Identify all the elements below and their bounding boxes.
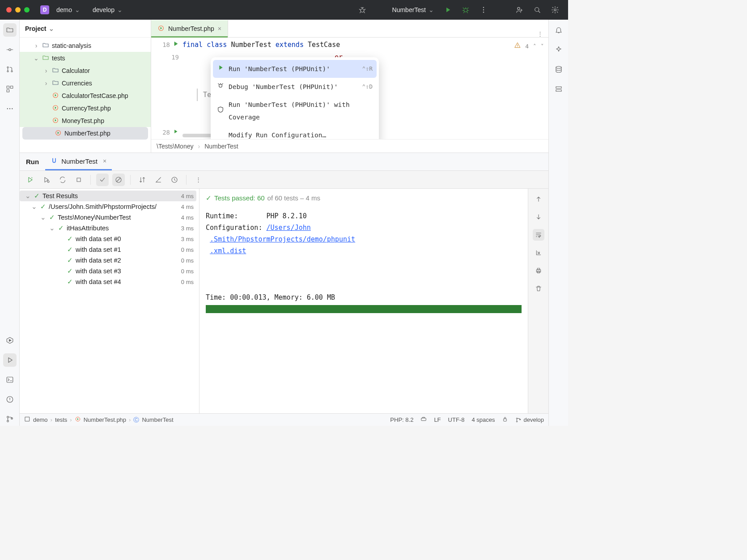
project-tree[interactable]: ›static-analysis ⌄tests ›Calculator ›Cur… <box>20 38 151 153</box>
commit-tool-icon[interactable] <box>3 43 17 56</box>
chevron-right-icon[interactable]: › <box>43 80 49 87</box>
chevron-right-icon[interactable]: › <box>33 42 39 49</box>
run-gutter-icon[interactable] <box>173 38 179 51</box>
clear-icon[interactable] <box>533 283 544 294</box>
tree-file[interactable]: MoneyTest.php <box>20 115 151 127</box>
test-leaf[interactable]: ✓with data set #20 ms <box>20 255 196 266</box>
inspection-widget[interactable]: 4 ˄ ˅ <box>514 40 544 53</box>
problems-tool-icon[interactable] <box>3 393 17 406</box>
status-php-version[interactable]: PHP: 8.2 <box>390 416 413 423</box>
history-icon[interactable] <box>168 174 181 186</box>
project-dropdown[interactable]: demo⌄ <box>54 4 83 15</box>
readonly-icon[interactable] <box>502 416 508 424</box>
breadcrumb[interactable]: demo› tests› NumberTest.php› Ⓒ NumberTes… <box>24 416 174 424</box>
project-panel-header[interactable]: Project ⌄ <box>20 20 151 38</box>
editor-breadcrumb[interactable]: \Tests\Money › NumberTest <box>151 139 548 153</box>
toggle-auto-test-icon[interactable] <box>56 174 69 186</box>
tab-options-icon[interactable]: ⋮ <box>532 30 548 37</box>
scroll-down-icon[interactable] <box>533 211 544 223</box>
code-with-me-icon[interactable] <box>513 3 526 17</box>
chevron-down-icon[interactable]: ⌄ <box>48 225 55 232</box>
branch-dropdown[interactable]: develop ⌄ <box>87 4 125 15</box>
show-passed-icon[interactable] <box>96 174 109 186</box>
zoom-window-icon[interactable] <box>24 7 30 13</box>
breadcrumb-segment[interactable]: tests <box>55 416 67 423</box>
editor-tab[interactable]: NumberTest.php × <box>151 20 228 37</box>
close-tab-icon[interactable]: × <box>103 157 106 165</box>
show-ignored-icon[interactable] <box>112 174 125 186</box>
scroll-up-icon[interactable] <box>533 193 544 205</box>
chevron-down-icon[interactable]: ⌄ <box>30 203 38 210</box>
print-icon[interactable] <box>533 265 544 276</box>
test-console[interactable]: ✓ Tests passed: 60 of 60 tests – 4 ms Ru… <box>199 189 528 413</box>
test-node[interactable]: ⌄✓Tests\Money\NumberTest4 ms <box>20 212 196 223</box>
chevron-down-icon[interactable]: ⌄ <box>24 192 31 199</box>
ai-assistant-icon[interactable] <box>552 43 565 56</box>
remote-host-icon[interactable] <box>552 82 565 96</box>
close-tab-icon[interactable]: × <box>218 25 221 32</box>
test-leaf[interactable]: ✓with data set #30 ms <box>20 266 196 276</box>
stop-icon[interactable] <box>72 174 85 186</box>
run-icon[interactable] <box>441 3 454 17</box>
rerun-icon[interactable] <box>24 174 37 186</box>
run-config-dropdown[interactable]: NumberTest ⌄ <box>387 4 437 15</box>
breadcrumb-segment[interactable]: NumberTest <box>142 416 173 423</box>
breadcrumb-segment[interactable]: NumberTest <box>204 143 238 150</box>
interpreter-icon[interactable] <box>420 416 427 424</box>
chevron-right-icon[interactable]: › <box>43 67 49 74</box>
config-path-link[interactable]: .Smith/PhpstormProjects/demo/phpunit <box>210 235 355 243</box>
pull-requests-icon[interactable] <box>3 63 17 76</box>
test-leaf[interactable]: ✓with data set #40 ms <box>20 276 196 287</box>
status-indent[interactable]: 4 spaces <box>471 416 495 423</box>
test-node[interactable]: ⌄✓/Users/John.Smith/PhpstormProjects/4 m… <box>20 201 196 212</box>
more-tools-icon[interactable] <box>3 102 17 115</box>
tree-folder-currencies[interactable]: ›Currencies <box>20 77 151 89</box>
menu-coverage[interactable]: Run 'NumberTest (PHPUnit)' with Coverage <box>211 96 379 126</box>
minimize-window-icon[interactable] <box>15 7 21 13</box>
scroll-to-end-icon[interactable] <box>533 247 544 259</box>
test-leaf[interactable]: ✓with data set #10 ms <box>20 244 196 255</box>
breadcrumb-segment[interactable]: NumberTest.php <box>84 416 126 423</box>
vcs-tool-icon[interactable] <box>3 412 17 426</box>
settings-gear-icon[interactable] <box>548 3 562 17</box>
code-area[interactable]: final class NumberTest extends TestCase … <box>183 38 548 139</box>
notifications-icon[interactable] <box>552 23 565 37</box>
run-tool-icon[interactable] <box>3 353 17 367</box>
config-path-link[interactable]: /Users/John <box>266 224 310 232</box>
test-root[interactable]: ⌄✓Test Results4 ms <box>20 191 196 201</box>
breadcrumb-segment[interactable]: demo <box>33 416 48 423</box>
menu-run[interactable]: Run 'NumberTest (PHPUnit)' ⌃⇧R <box>213 60 377 78</box>
chevron-down-icon[interactable]: ˅ <box>541 40 544 53</box>
chevron-up-icon[interactable]: ˄ <box>533 40 536 53</box>
status-line-ending[interactable]: LF <box>434 416 441 423</box>
expand-all-icon[interactable] <box>152 174 165 186</box>
test-results-tree[interactable]: ⌄✓Test Results4 ms ⌄✓/Users/John.Smith/P… <box>20 189 199 413</box>
sort-icon[interactable] <box>136 174 149 186</box>
close-window-icon[interactable] <box>6 7 12 13</box>
tree-folder-static-analysis[interactable]: ›static-analysis <box>20 39 151 52</box>
structure-tool-icon[interactable] <box>3 82 17 96</box>
soft-wrap-icon[interactable] <box>533 229 544 241</box>
status-branch[interactable]: develop <box>515 416 544 423</box>
chevron-down-icon[interactable]: ⌄ <box>39 214 47 221</box>
more-icon[interactable] <box>477 3 490 17</box>
options-icon[interactable]: ⋮ <box>192 174 204 186</box>
debug-icon[interactable] <box>459 3 472 17</box>
terminal-tool-icon[interactable] <box>3 373 17 386</box>
config-path-link[interactable]: .xml.dist <box>210 247 246 255</box>
test-leaf[interactable]: ✓with data set #03 ms <box>20 233 196 244</box>
database-icon[interactable] <box>552 63 565 76</box>
run-gutter-icon[interactable] <box>173 126 179 139</box>
project-tool-icon[interactable] <box>3 23 17 37</box>
test-node[interactable]: ⌄✓itHasAttributes3 ms <box>20 223 196 233</box>
tree-folder-tests[interactable]: ⌄tests <box>20 52 151 64</box>
chevron-down-icon[interactable]: ⌄ <box>33 55 39 62</box>
tree-file[interactable]: CalculatorTestCase.php <box>20 89 151 102</box>
tree-folder-calculator[interactable]: ›Calculator <box>20 64 151 77</box>
status-encoding[interactable]: UTF-8 <box>448 416 465 423</box>
services-tool-icon[interactable] <box>3 334 17 347</box>
breadcrumb-segment[interactable]: \Tests\Money <box>157 143 193 150</box>
menu-debug[interactable]: Debug 'NumberTest (PHPUnit)' ⌃⇧D <box>211 78 379 96</box>
tree-file[interactable]: CurrencyTest.php <box>20 102 151 115</box>
run-config-tab[interactable]: NumberTest × <box>45 153 112 170</box>
